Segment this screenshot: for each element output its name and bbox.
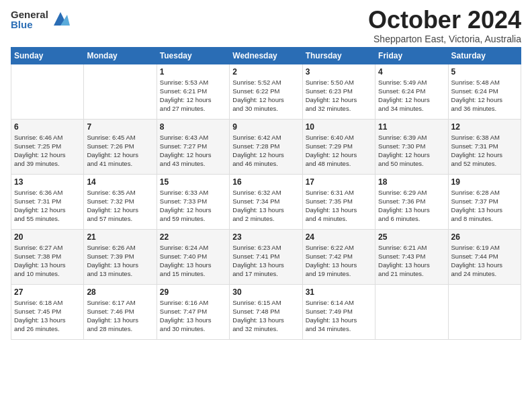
day-info: Sunrise: 6:14 AM Sunset: 7:49 PM Dayligh… — [306, 298, 372, 334]
day-info: Sunrise: 6:18 AM Sunset: 7:45 PM Dayligh… — [14, 298, 81, 334]
day-cell: 3Sunrise: 5:50 AM Sunset: 6:23 PM Daylig… — [302, 64, 375, 119]
logo-text: General Blue — [11, 9, 48, 30]
day-cell: 13Sunrise: 6:36 AM Sunset: 7:31 PM Dayli… — [11, 174, 84, 229]
day-number: 5 — [451, 67, 518, 77]
weekday-header-tuesday: Tuesday — [157, 47, 229, 64]
title-month: October 2024 — [368, 7, 521, 34]
day-info: Sunrise: 6:42 AM Sunset: 7:28 PM Dayligh… — [232, 133, 299, 169]
day-info: Sunrise: 6:28 AM Sunset: 7:37 PM Dayligh… — [451, 188, 518, 224]
weekday-header-saturday: Saturday — [448, 47, 521, 64]
day-number: 12 — [451, 122, 518, 132]
day-info: Sunrise: 6:43 AM Sunset: 7:27 PM Dayligh… — [160, 133, 226, 169]
day-cell: 23Sunrise: 6:23 AM Sunset: 7:41 PM Dayli… — [230, 229, 302, 284]
day-info: Sunrise: 6:40 AM Sunset: 7:29 PM Dayligh… — [306, 133, 372, 169]
day-info: Sunrise: 6:39 AM Sunset: 7:30 PM Dayligh… — [378, 133, 445, 169]
day-number: 20 — [14, 232, 81, 242]
day-info: Sunrise: 6:33 AM Sunset: 7:33 PM Dayligh… — [160, 188, 226, 224]
day-info: Sunrise: 6:23 AM Sunset: 7:41 PM Dayligh… — [232, 243, 299, 279]
day-cell: 20Sunrise: 6:27 AM Sunset: 7:38 PM Dayli… — [11, 229, 84, 284]
day-cell: 7Sunrise: 6:45 AM Sunset: 7:26 PM Daylig… — [84, 119, 157, 174]
day-cell: 17Sunrise: 6:31 AM Sunset: 7:35 PM Dayli… — [302, 174, 375, 229]
day-cell: 19Sunrise: 6:28 AM Sunset: 7:37 PM Dayli… — [448, 174, 521, 229]
weekday-header-friday: Friday — [375, 47, 448, 64]
day-number: 4 — [378, 67, 445, 77]
day-info: Sunrise: 6:32 AM Sunset: 7:34 PM Dayligh… — [232, 188, 299, 224]
day-number: 6 — [14, 122, 81, 132]
day-number: 25 — [378, 232, 445, 242]
day-cell: 25Sunrise: 6:21 AM Sunset: 7:43 PM Dayli… — [375, 229, 448, 284]
day-number: 31 — [306, 287, 372, 297]
day-cell: 11Sunrise: 6:39 AM Sunset: 7:30 PM Dayli… — [375, 119, 448, 174]
day-number: 9 — [232, 122, 299, 132]
logo-icon — [51, 9, 70, 28]
day-info: Sunrise: 6:45 AM Sunset: 7:26 PM Dayligh… — [87, 133, 153, 169]
day-number: 15 — [160, 177, 226, 187]
week-row-3: 13Sunrise: 6:36 AM Sunset: 7:31 PM Dayli… — [11, 174, 521, 229]
day-number: 13 — [14, 177, 81, 187]
day-cell: 18Sunrise: 6:29 AM Sunset: 7:36 PM Dayli… — [375, 174, 448, 229]
title-block: October 2024 Shepparton East, Victoria, … — [368, 7, 521, 44]
logo-general: General — [11, 9, 48, 19]
day-cell: 16Sunrise: 6:32 AM Sunset: 7:34 PM Dayli… — [230, 174, 302, 229]
day-info: Sunrise: 5:49 AM Sunset: 6:24 PM Dayligh… — [378, 78, 445, 113]
day-number: 10 — [306, 122, 372, 132]
day-info: Sunrise: 6:24 AM Sunset: 7:40 PM Dayligh… — [160, 243, 226, 279]
day-number: 29 — [160, 287, 226, 297]
day-cell: 12Sunrise: 6:38 AM Sunset: 7:31 PM Dayli… — [448, 119, 521, 174]
day-info: Sunrise: 5:53 AM Sunset: 6:21 PM Dayligh… — [160, 78, 226, 113]
day-info: Sunrise: 6:35 AM Sunset: 7:32 PM Dayligh… — [87, 188, 153, 224]
day-number: 22 — [160, 232, 226, 242]
weekday-header-wednesday: Wednesday — [230, 47, 302, 64]
week-row-4: 20Sunrise: 6:27 AM Sunset: 7:38 PM Dayli… — [11, 229, 521, 284]
day-cell: 10Sunrise: 6:40 AM Sunset: 7:29 PM Dayli… — [302, 119, 375, 174]
day-cell: 30Sunrise: 6:15 AM Sunset: 7:48 PM Dayli… — [230, 284, 302, 339]
day-cell: 26Sunrise: 6:19 AM Sunset: 7:44 PM Dayli… — [448, 229, 521, 284]
day-info: Sunrise: 6:21 AM Sunset: 7:43 PM Dayligh… — [378, 243, 445, 279]
day-info: Sunrise: 6:27 AM Sunset: 7:38 PM Dayligh… — [14, 243, 81, 279]
day-number: 21 — [87, 232, 153, 242]
weekday-header-thursday: Thursday — [302, 47, 375, 64]
day-number: 24 — [306, 232, 372, 242]
day-cell: 31Sunrise: 6:14 AM Sunset: 7:49 PM Dayli… — [302, 284, 375, 339]
day-cell: 2Sunrise: 5:52 AM Sunset: 6:22 PM Daylig… — [230, 64, 302, 119]
weekday-header-monday: Monday — [84, 47, 157, 64]
day-number: 17 — [306, 177, 372, 187]
day-info: Sunrise: 6:15 AM Sunset: 7:48 PM Dayligh… — [232, 298, 299, 334]
day-info: Sunrise: 6:17 AM Sunset: 7:46 PM Dayligh… — [87, 298, 153, 334]
day-cell: 22Sunrise: 6:24 AM Sunset: 7:40 PM Dayli… — [157, 229, 229, 284]
day-number: 8 — [160, 122, 226, 132]
logo: General Blue — [11, 9, 70, 30]
day-number: 19 — [451, 177, 518, 187]
day-info: Sunrise: 6:36 AM Sunset: 7:31 PM Dayligh… — [14, 188, 81, 224]
day-info: Sunrise: 6:38 AM Sunset: 7:31 PM Dayligh… — [451, 133, 518, 169]
day-cell: 21Sunrise: 6:26 AM Sunset: 7:39 PM Dayli… — [84, 229, 157, 284]
week-row-5: 27Sunrise: 6:18 AM Sunset: 7:45 PM Dayli… — [11, 284, 521, 339]
day-number: 16 — [232, 177, 299, 187]
day-cell — [11, 64, 84, 119]
day-number: 7 — [87, 122, 153, 132]
day-number: 1 — [160, 67, 226, 77]
day-cell: 5Sunrise: 5:48 AM Sunset: 6:24 PM Daylig… — [448, 64, 521, 119]
day-cell: 8Sunrise: 6:43 AM Sunset: 7:27 PM Daylig… — [157, 119, 229, 174]
week-row-2: 6Sunrise: 6:46 AM Sunset: 7:25 PM Daylig… — [11, 119, 521, 174]
day-cell: 4Sunrise: 5:49 AM Sunset: 6:24 PM Daylig… — [375, 64, 448, 119]
day-cell: 27Sunrise: 6:18 AM Sunset: 7:45 PM Dayli… — [11, 284, 84, 339]
day-cell — [375, 284, 448, 339]
day-info: Sunrise: 6:26 AM Sunset: 7:39 PM Dayligh… — [87, 243, 153, 279]
weekday-header-sunday: Sunday — [11, 47, 84, 64]
day-cell: 28Sunrise: 6:17 AM Sunset: 7:46 PM Dayli… — [84, 284, 157, 339]
page: General Blue October 2024 Shepparton Eas… — [0, 0, 532, 411]
day-cell: 1Sunrise: 5:53 AM Sunset: 6:21 PM Daylig… — [157, 64, 229, 119]
day-info: Sunrise: 6:22 AM Sunset: 7:42 PM Dayligh… — [306, 243, 372, 279]
day-number: 30 — [232, 287, 299, 297]
day-cell: 6Sunrise: 6:46 AM Sunset: 7:25 PM Daylig… — [11, 119, 84, 174]
day-info: Sunrise: 5:48 AM Sunset: 6:24 PM Dayligh… — [451, 78, 518, 113]
day-info: Sunrise: 6:31 AM Sunset: 7:35 PM Dayligh… — [306, 188, 372, 224]
day-info: Sunrise: 5:52 AM Sunset: 6:22 PM Dayligh… — [232, 78, 299, 113]
day-number: 2 — [232, 67, 299, 77]
day-cell — [84, 64, 157, 119]
header: General Blue October 2024 Shepparton Eas… — [11, 7, 521, 44]
day-cell: 29Sunrise: 6:16 AM Sunset: 7:47 PM Dayli… — [157, 284, 229, 339]
day-cell: 14Sunrise: 6:35 AM Sunset: 7:32 PM Dayli… — [84, 174, 157, 229]
calendar-table: SundayMondayTuesdayWednesdayThursdayFrid… — [11, 47, 521, 340]
